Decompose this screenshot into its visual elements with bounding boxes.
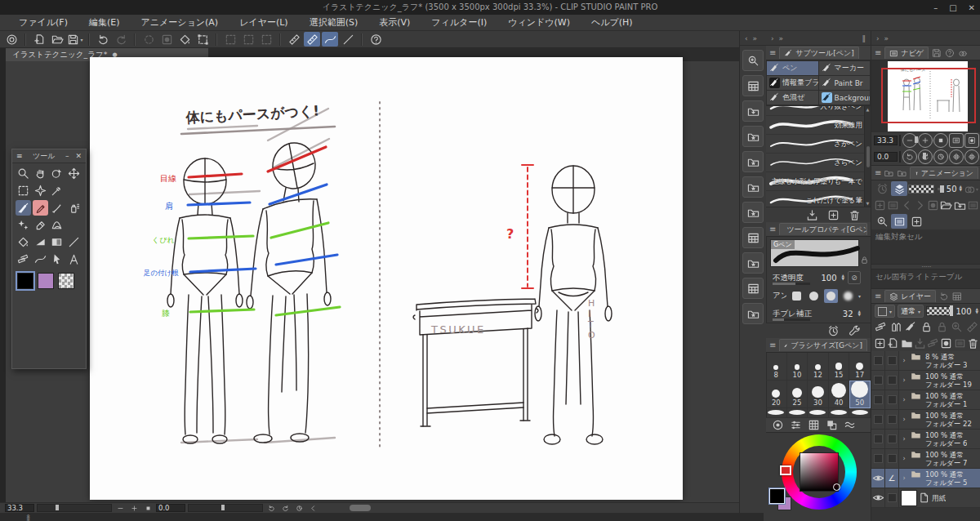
register-image-button[interactable] [874, 198, 886, 212]
reset-rotation-button[interactable] [933, 149, 948, 164]
gradient-tool-button[interactable] [33, 234, 48, 250]
layer-edit-cell[interactable] [885, 430, 899, 448]
status-rotation-slider[interactable] [188, 504, 263, 512]
layer-edit-cell[interactable] [885, 449, 899, 468]
tool-property-tab[interactable]: ツールプロパティ[Gペン] [779, 223, 867, 235]
prev-cel-button[interactable] [901, 198, 913, 212]
brush-list-scrollbar[interactable]: ▲▼ [864, 106, 871, 207]
flip-horizontal-button[interactable] [949, 149, 964, 164]
object-tool-button[interactable] [49, 252, 65, 267]
layer-property-tab-icon[interactable] [939, 292, 949, 301]
status-zoom-out-button[interactable] [114, 504, 126, 513]
brush-size-40[interactable]: 40 [829, 381, 850, 408]
lock-icon[interactable] [860, 256, 869, 265]
folder-expand-icon[interactable]: › [899, 430, 909, 448]
colc-collapse-icon[interactable]: › [876, 34, 880, 42]
figure-tool-button[interactable] [16, 252, 31, 267]
layer-visibility-cell[interactable] [871, 351, 885, 370]
subtool-tab[interactable]: Backgroun [819, 91, 871, 105]
color-slider-tab-button[interactable] [787, 418, 804, 433]
navigator-tab[interactable]: ナビゲ [884, 47, 929, 59]
transfer-to-lower-layer-button[interactable] [914, 336, 926, 350]
brush-size-8[interactable]: 8 [766, 353, 787, 381]
fit-to-window-button[interactable] [964, 133, 979, 148]
brush-item[interactable]: 入り抜きペン [766, 105, 871, 116]
layer-row[interactable]: ›100 % 通常フォルダー 19 [871, 371, 980, 390]
animation-tab[interactable]: アニメーション [910, 167, 978, 179]
saturation-value-square[interactable] [800, 453, 838, 491]
layer-visibility-cell[interactable] [871, 488, 885, 507]
antialias-none-button[interactable] [790, 289, 804, 303]
ruler-range-button[interactable] [964, 319, 979, 334]
open-file-button[interactable] [49, 32, 65, 47]
material-all-button[interactable] [742, 75, 764, 96]
layer-edit-cell[interactable] [885, 371, 899, 390]
fill-tool-button[interactable] [16, 234, 31, 250]
panel-splitter[interactable]: ••••• [871, 264, 980, 269]
deselect-button[interactable] [140, 32, 157, 47]
delete-subtool-button[interactable] [846, 207, 862, 222]
enable-mask-button[interactable] [950, 319, 964, 334]
status-rotate-right-button[interactable] [279, 504, 291, 513]
close-button[interactable]: ✕ [969, 3, 975, 12]
antialias-strong-button[interactable] [841, 289, 855, 303]
flip-vertical-button[interactable] [964, 149, 979, 164]
draft-layer-button[interactable] [904, 319, 919, 334]
subtool-tab[interactable]: ペン [767, 61, 818, 75]
new-timeline-button[interactable] [954, 198, 966, 212]
subtool-tab[interactable]: マーカー [819, 61, 871, 75]
minimize-button[interactable]: – [933, 3, 938, 12]
layer-edit-cell[interactable] [885, 410, 899, 429]
material-favorite-6-button[interactable] [742, 303, 764, 324]
zoom-reset-button[interactable] [933, 133, 948, 148]
tool-window-close-icon[interactable]: ✕ [75, 152, 82, 160]
save-file-button[interactable]: ▾ [67, 32, 83, 47]
layer-edit-cell[interactable] [885, 351, 899, 370]
dock-expand-icon[interactable]: » [753, 34, 758, 42]
folder-expand-icon[interactable]: › [899, 390, 909, 409]
duplicate-cel-button[interactable] [887, 198, 899, 212]
specify-cel-button[interactable] [927, 198, 939, 212]
blend-mode-dropdown[interactable]: 通常▾ [898, 305, 924, 318]
brush-size-hidden[interactable] [808, 408, 829, 418]
scale-rotate-button[interactable] [194, 32, 211, 47]
delete-layer-button[interactable] [967, 336, 979, 350]
brush-item[interactable]: これだけで塗る筆 [766, 191, 871, 207]
onion-stepper[interactable]: ▲▼ [960, 185, 962, 192]
material-favorite-5-button[interactable] [742, 252, 764, 274]
dock-back-icon[interactable]: ‹ [745, 34, 748, 42]
brush-size-hidden[interactable] [766, 408, 787, 418]
stabilize-stepper[interactable]: ▲▼ [858, 310, 861, 317]
brush-size-25[interactable]: 25 [787, 381, 808, 408]
onion-opacity-value[interactable]: 50 [947, 185, 957, 194]
navigator-zoom-slider[interactable] [899, 135, 901, 146]
layer-visibility-cell[interactable] [871, 469, 885, 488]
clip-to-layer-below-button[interactable] [874, 319, 889, 334]
folder-expand-icon[interactable]: › [899, 469, 909, 488]
new-layer-folder-button[interactable] [901, 336, 913, 350]
next-cel-button[interactable] [914, 198, 926, 212]
menu-layer[interactable]: レイヤー(L) [229, 15, 299, 31]
layer-opacity-stepper[interactable]: ▲▼ [976, 308, 978, 314]
brush-size-17[interactable]: 17 [849, 353, 871, 381]
layer-visibility-cell[interactable] [871, 371, 885, 390]
menu-window[interactable]: ウィンドウ(W) [497, 15, 581, 31]
layer-opacity-slider[interactable] [926, 306, 953, 316]
wheel-main-color-swatch[interactable] [769, 488, 785, 504]
menu-view[interactable]: 表示(V) [368, 15, 421, 31]
cel-bank-tab-icon[interactable] [898, 168, 906, 178]
layer-visibility-cell[interactable] [871, 430, 885, 448]
col-collapse-icon[interactable]: › [771, 34, 774, 42]
add-cel-button[interactable] [908, 214, 924, 229]
menu-filter[interactable]: フィルター(I) [421, 15, 497, 31]
pen-tool-button[interactable] [16, 200, 31, 216]
brush-size-15[interactable]: 15 [829, 353, 850, 381]
pencil-tool-button[interactable] [33, 200, 48, 216]
onion-opacity-slider[interactable] [938, 188, 943, 190]
snap-guide-button[interactable] [322, 32, 338, 47]
layer-visibility-cell[interactable] [871, 410, 885, 429]
gradient-map-tool-button[interactable] [49, 234, 65, 250]
import-subtool-button[interactable] [804, 207, 820, 222]
layer-tab[interactable]: レイヤー [884, 290, 936, 302]
status-rotation-input[interactable]: 0.0 [156, 504, 185, 512]
